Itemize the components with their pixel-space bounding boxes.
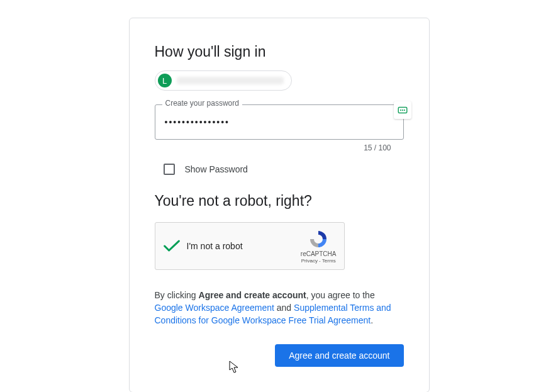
svg-point-2 [401,109,403,111]
legal-text: By clicking Agree and create account, yo… [155,289,404,327]
show-password-label: Show Password [185,164,248,174]
recaptcha-widget[interactable]: I'm not a robot reCAPTCHA Privacy - Term… [155,222,345,270]
password-manager-icon[interactable] [394,101,411,119]
recaptcha-branding: reCAPTCHA Privacy - Terms [301,229,337,264]
workspace-agreement-link[interactable]: Google Workspace Agreement [155,303,274,313]
legal-bold: Agree and create account [199,290,306,300]
password-char-count: 15 / 100 [155,143,404,152]
recaptcha-brand-text: reCAPTCHA [301,250,337,257]
email-address [177,77,284,84]
legal-prefix: By clicking [155,290,199,300]
recaptcha-privacy-links[interactable]: Privacy - Terms [301,258,336,264]
recaptcha-checkmark-icon [163,237,181,255]
signin-heading: How you'll sign in [155,43,404,60]
email-chip[interactable]: L [155,70,292,91]
svg-point-3 [403,109,405,111]
password-label: Create your password [162,99,242,108]
show-password-row: Show Password [164,164,404,175]
recaptcha-label: I'm not a robot [187,241,301,251]
legal-mid2: and [274,303,294,313]
recaptcha-logo-icon [308,229,328,249]
agree-create-account-button[interactable]: Agree and create account [275,344,403,367]
svg-point-1 [399,109,401,111]
show-password-checkbox[interactable] [164,164,175,175]
robot-heading: You're not a robot, right? [155,193,404,210]
button-row: Agree and create account [155,344,404,367]
signup-card: How you'll sign in L Create your passwor… [129,18,430,392]
cursor-icon [229,361,240,374]
legal-mid1: , you agree to the [306,290,375,300]
password-input[interactable] [155,104,404,140]
avatar: L [158,74,172,87]
password-field-wrapper: Create your password ••••••••••••••• [155,104,404,140]
legal-suffix: . [371,315,373,325]
